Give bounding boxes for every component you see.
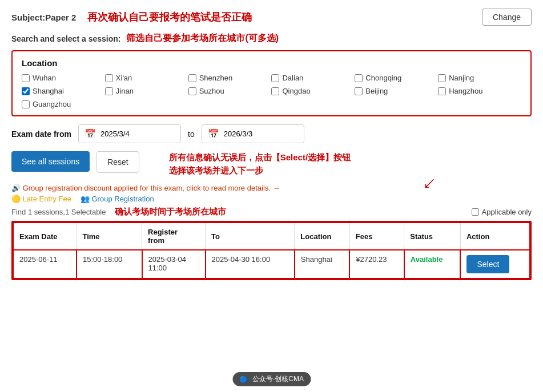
checkbox-beijing[interactable]: Beijing [355, 87, 438, 95]
location-box: Location Wuhan Xi'an Shenzhen Dalian Cho… [11, 50, 532, 116]
cell-register-from: 2025-03-0411:00 [142, 250, 206, 278]
checkbox-shenzhen[interactable]: Shenzhen [188, 74, 272, 82]
select-button[interactable]: Select [466, 255, 509, 273]
date-to-input[interactable] [224, 130, 298, 138]
checkbox-chongqing-input[interactable] [355, 74, 363, 82]
cell-action[interactable]: Select [460, 250, 530, 278]
find-sessions-annotation: 确认考场时间于考场所在城市 [115, 207, 226, 217]
annotation-select-line2: 选择该考场并进入下一步 [169, 164, 351, 177]
col-exam-date: Exam Date [13, 223, 77, 250]
col-fees: Fees [349, 223, 404, 250]
checkbox-hangzhou[interactable]: Hangzhou [438, 87, 521, 95]
checkbox-guangzhou-input[interactable] [22, 100, 30, 108]
checkbox-qingdao-input[interactable] [271, 87, 279, 95]
applicable-only-label: Applicable only [482, 208, 532, 216]
checkbox-qingdao[interactable]: Qingdao [271, 87, 355, 95]
group-discount-text[interactable]: 🔊 Group registration discount applied fo… [11, 184, 532, 192]
col-to: To [206, 223, 295, 250]
info-links-row: 🔊 Group registration discount applied fo… [11, 184, 532, 203]
late-entry-fee[interactable]: 🟡 Late Entry Fee [11, 195, 71, 203]
checkbox-jinan[interactable]: Jinan [105, 87, 188, 95]
find-sessions-text: Find 1 sessions,1 Selectable [11, 208, 106, 216]
checkbox-chongqing[interactable]: Chongqing [355, 74, 438, 82]
checkbox-suzhou[interactable]: Suzhou [188, 87, 272, 95]
table-header-row: Exam Date Time Registerfrom To Location … [13, 223, 530, 250]
checkbox-dalian[interactable]: Dalian [271, 74, 355, 82]
cell-fees: ¥2720.23 [349, 250, 404, 278]
annotation-select-line1: 所有信息确认无误后，点击【Select/选择】按钮 [169, 151, 351, 164]
cell-exam-date: 2025-06-11 [13, 250, 77, 278]
checkbox-suzhou-input[interactable] [188, 87, 196, 95]
date-to-wrapper[interactable]: 📅 [202, 124, 304, 143]
checkbox-jinan-input[interactable] [105, 87, 113, 95]
checkbox-dalian-input[interactable] [271, 74, 279, 82]
buttons-row: See all sessions Reset 所有信息确认无误后，点击【Sele… [11, 151, 532, 177]
date-from-label: Exam date from [11, 130, 71, 139]
col-status: Status [404, 223, 461, 250]
checkbox-shanghai-input[interactable] [22, 87, 30, 95]
search-select-label: Search and select a session: [11, 34, 120, 43]
date-filter-row: Exam date from 📅 to 📅 [11, 124, 532, 143]
find-sessions-row: Find 1 sessions,1 Selectable 确认考场时间于考场所在… [11, 207, 532, 217]
sessions-table-wrapper: Exam Date Time Registerfrom To Location … [11, 221, 532, 280]
location-title: Location [22, 58, 521, 68]
change-button[interactable]: Change [482, 9, 532, 26]
search-select-row: Search and select a session: 筛选自己要参加考场所在… [11, 33, 532, 45]
annotation-title: 再次确认自己要报考的笔试是否正确 [87, 10, 482, 24]
sessions-table: Exam Date Time Registerfrom To Location … [13, 222, 530, 279]
col-action: Action [460, 223, 530, 250]
cell-time: 15:00-18:00 [77, 250, 142, 278]
find-sessions-left: Find 1 sessions,1 Selectable 确认考场时间于考场所在… [11, 207, 226, 217]
date-to-label: to [188, 130, 195, 139]
cell-status: Available [404, 250, 461, 278]
cell-location: Shanghai [295, 250, 349, 278]
reset-button[interactable]: Reset [96, 151, 139, 173]
checkbox-nanjing-input[interactable] [438, 74, 446, 82]
checkbox-xian[interactable]: Xi'an [105, 74, 188, 82]
cell-to: 2025-04-30 16:00 [206, 250, 295, 278]
watermark-icon: 🔵 [239, 375, 248, 383]
checkbox-wuhan[interactable]: Wuhan [22, 74, 105, 82]
col-time: Time [77, 223, 142, 250]
table-row: 2025-06-11 15:00-18:00 2025-03-0411:00 2… [13, 250, 530, 278]
calendar-to-icon: 📅 [208, 128, 219, 139]
checkbox-hangzhou-input[interactable] [438, 87, 446, 95]
subject-label: Subject:Paper 2 [11, 13, 76, 22]
checkbox-xian-input[interactable] [105, 74, 113, 82]
date-from-wrapper[interactable]: 📅 [78, 124, 181, 143]
checkbox-shenzhen-input[interactable] [188, 74, 196, 82]
group-discount-label: Group registration discount applied for … [23, 184, 280, 192]
checkbox-guangzhou[interactable]: Guangzhou [22, 100, 105, 108]
search-annotation: 筛选自己要参加考场所在城市(可多选) [126, 33, 279, 45]
watermark-text: 公众号·创核CMA [252, 374, 304, 384]
date-from-input[interactable] [100, 130, 175, 138]
status-badge: Available [411, 255, 443, 264]
location-checkbox-grid: Wuhan Xi'an Shenzhen Dalian Chongqing Na… [22, 74, 521, 108]
col-location: Location [295, 223, 349, 250]
checkbox-beijing-input[interactable] [355, 87, 363, 95]
header-row: Subject:Paper 2 再次确认自己要报考的笔试是否正确 Change [11, 9, 532, 26]
watermark: 🔵 公众号·创核CMA [232, 372, 311, 386]
calendar-from-icon: 📅 [85, 128, 96, 139]
checkbox-nanjing[interactable]: Nanjing [438, 74, 521, 82]
late-entry-group: 🟡 Late Entry Fee 👥 Group Registration [11, 195, 532, 203]
checkbox-wuhan-input[interactable] [22, 74, 30, 82]
see-sessions-button[interactable]: See all sessions [11, 151, 90, 172]
checkbox-shanghai[interactable]: Shanghai [22, 87, 105, 95]
group-registration[interactable]: 👥 Group Registration [81, 195, 154, 203]
col-register-from: Registerfrom [142, 223, 206, 250]
applicable-only-checkbox[interactable]: Applicable only [472, 208, 532, 216]
applicable-only-input[interactable] [472, 208, 479, 216]
speaker-icon: 🔊 [11, 184, 21, 192]
